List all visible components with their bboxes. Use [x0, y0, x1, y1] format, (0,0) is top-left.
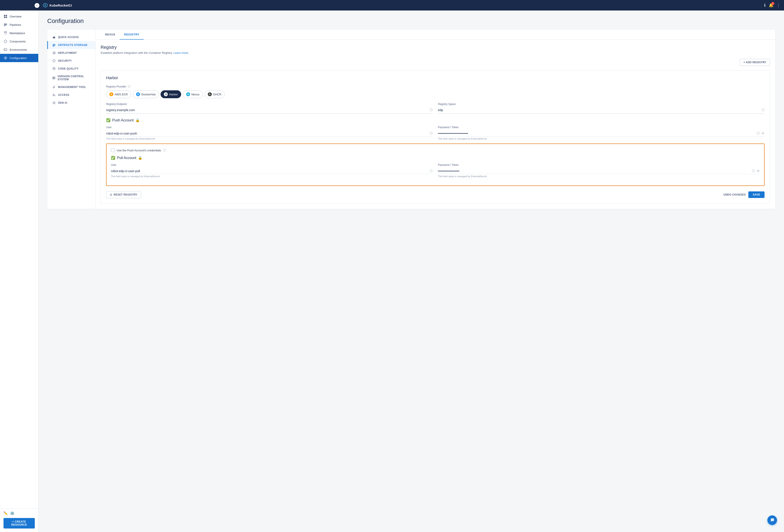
- space-input[interactable]: [438, 107, 761, 113]
- config-content: NEXUS REGISTRY Registry Establish platfo…: [95, 30, 775, 209]
- config-menu-quick-access[interactable]: QUICK ACCESS: [47, 33, 95, 41]
- pull-account-fields: User robot-edp-ci-user-pull ⓘ This field…: [111, 163, 760, 178]
- environments-icon: [3, 48, 7, 52]
- warning-icon: ⚠: [110, 193, 112, 196]
- harbor-title: Harbor: [106, 76, 764, 80]
- push-password-label: Password / Token: [438, 126, 764, 129]
- config-menu-version-control[interactable]: VERSION CONTROL SYSTEM: [47, 73, 95, 83]
- pull-password-visibility-icon[interactable]: 👁: [757, 169, 760, 173]
- svg-point-9: [5, 34, 5, 34]
- app-logo: KubeRocketCI: [43, 3, 72, 8]
- quick-access-icon: [52, 35, 56, 39]
- overview-icon: [3, 15, 7, 18]
- provider-nexus[interactable]: N Nexus: [183, 90, 203, 98]
- learn-more-link[interactable]: Learn more.: [174, 51, 189, 54]
- push-account-section: ✅ Push Account 🔒 User robot-edp-ci-user-…: [106, 118, 764, 140]
- code-quality-icon: [52, 67, 56, 71]
- svg-rect-7: [4, 25, 7, 25]
- config-menu-security[interactable]: SECURITY: [47, 57, 95, 65]
- pull-password-info-icon: ⓘ: [752, 169, 755, 173]
- push-password-field: Password / Token •••••••••••••••••••••••…: [438, 126, 764, 140]
- provider-dockerhub[interactable]: D DockerHub: [133, 90, 159, 98]
- config-menu-item-label: SECURITY: [58, 59, 72, 62]
- add-registry-button[interactable]: + ADD REGISTRY: [740, 59, 770, 66]
- push-user-managed: This field value is managed by ExternalS…: [106, 137, 433, 140]
- endpoint-row: Registry Endpoint ⓘ Registry Space ⓘ: [106, 103, 764, 114]
- svg-rect-8: [4, 25, 6, 26]
- provider-harbor[interactable]: ⊙ Harbor: [161, 90, 181, 98]
- push-user-value: robot-edp-ci-user-push ⓘ: [106, 131, 433, 137]
- sidebar: Overview Pipelines Marketpla: [0, 10, 38, 532]
- push-password-info-icon: ⓘ: [757, 132, 760, 135]
- svg-point-19: [53, 52, 55, 54]
- config-menu-access[interactable]: ACCESS: [47, 91, 95, 99]
- svg-rect-4: [4, 17, 5, 18]
- sidebar-item-pipelines[interactable]: Pipelines: [0, 21, 38, 29]
- use-push-credentials-row: Use the Push Account's credentials ⓘ: [111, 148, 760, 152]
- sidebar-item-label: Marketplace: [10, 31, 25, 35]
- undo-changes-button[interactable]: UNDO CHANGES: [723, 193, 746, 196]
- sidebar-item-label: Environments: [10, 48, 27, 51]
- menu-icon[interactable]: ⋮: [777, 3, 781, 8]
- endpoint-label: Registry Endpoint: [106, 103, 433, 106]
- svg-rect-12: [4, 49, 7, 51]
- config-menu-artifacts-storage[interactable]: ARTIFACTS STORAGE: [47, 41, 95, 49]
- card-actions: ⚠ RESET REGISTRY UNDO CHANGES SAVE: [106, 191, 764, 198]
- space-info-icon: ⓘ: [761, 108, 764, 112]
- pipelines-icon: [3, 23, 7, 27]
- sidebar-item-label: Configuration: [10, 56, 26, 60]
- svg-rect-23: [53, 79, 55, 79]
- registry-description: Establish platform integration with the …: [101, 51, 770, 54]
- push-password-visibility-icon[interactable]: 👁: [761, 132, 764, 135]
- config-menu-deployment[interactable]: DEPLOYMENT: [47, 49, 95, 57]
- push-user-info-icon: ⓘ: [430, 132, 433, 135]
- push-account-title: ✅ Push Account 🔒: [106, 118, 764, 122]
- pull-password-label: Password / Token: [438, 163, 760, 166]
- reset-registry-button[interactable]: ⚠ RESET REGISTRY: [106, 191, 141, 198]
- svg-marker-11: [4, 40, 7, 43]
- svg-point-10: [6, 34, 6, 34]
- topbar: KubeRocketCI ℹ 🔔 1 ⋮: [0, 0, 784, 10]
- chat-fab[interactable]: [767, 515, 777, 525]
- sidebar-item-configuration[interactable]: Configuration: [0, 54, 38, 62]
- version-control-icon: [52, 76, 55, 80]
- config-menu-item-label: MANAGEMENT TOOL: [58, 86, 86, 89]
- create-resource-button[interactable]: + CREATE RESOURCE: [3, 518, 35, 529]
- config-menu-item-label: ARTIFACTS STORAGE: [58, 44, 87, 47]
- settings-icon[interactable]: ⚙️: [10, 511, 15, 515]
- management-tool-icon: [52, 85, 56, 89]
- edit-icon[interactable]: ✏️: [3, 511, 8, 515]
- provider-aws-ecr[interactable]: A AWS ECR: [106, 90, 131, 98]
- svg-rect-3: [6, 15, 7, 16]
- sidebar-item-environments[interactable]: Environments: [0, 46, 38, 54]
- sidebar-item-marketplace[interactable]: Marketplace: [0, 29, 38, 37]
- tab-registry[interactable]: REGISTRY: [120, 30, 144, 39]
- config-menu-item-label: CODE QUALITY: [58, 67, 79, 70]
- registry-header: Registry Establish platform integration …: [101, 45, 770, 54]
- config-menu-management-tool[interactable]: MANAGEMENT TOOL: [47, 83, 95, 91]
- use-push-credentials-checkbox[interactable]: [111, 148, 114, 152]
- sidebar-collapse-btn[interactable]: [34, 3, 39, 8]
- pull-lock-icon: 🔒: [138, 156, 142, 160]
- save-button[interactable]: SAVE: [748, 191, 764, 198]
- pull-user-label: User: [111, 163, 433, 166]
- svg-rect-17: [53, 45, 55, 46]
- endpoint-input[interactable]: [106, 107, 430, 113]
- space-label: Registry Space: [438, 103, 764, 106]
- info-icon[interactable]: ℹ: [764, 3, 766, 8]
- config-menu-gen-ai[interactable]: GEN AI: [47, 99, 95, 107]
- pull-account-section: ✅ Pull Account 🔒 User robot-edp-ci-user-…: [111, 156, 760, 178]
- sidebar-item-overview[interactable]: Overview: [0, 12, 38, 21]
- pull-password-value: •••••••••••••••••••• ⓘ 👁: [438, 168, 760, 174]
- provider-ghcr[interactable]: G GHCR: [204, 90, 225, 98]
- sidebar-bottom: ✏️ ⚙️: [0, 508, 38, 518]
- notif-badge: 1: [771, 2, 774, 5]
- tab-nexus[interactable]: NEXUS: [101, 30, 120, 39]
- sidebar-item-components[interactable]: Components: [0, 37, 38, 46]
- config-menu-code-quality[interactable]: CODE QUALITY: [47, 65, 95, 73]
- pull-user-value: robot-edp-ci-user-pull ⓘ: [111, 168, 433, 174]
- right-actions: UNDO CHANGES SAVE: [723, 191, 764, 198]
- pull-section: Use the Push Account's credentials ⓘ ✅ P…: [106, 143, 764, 186]
- notifications[interactable]: 🔔 1: [769, 3, 774, 8]
- pull-status-icon: ✅: [111, 156, 115, 160]
